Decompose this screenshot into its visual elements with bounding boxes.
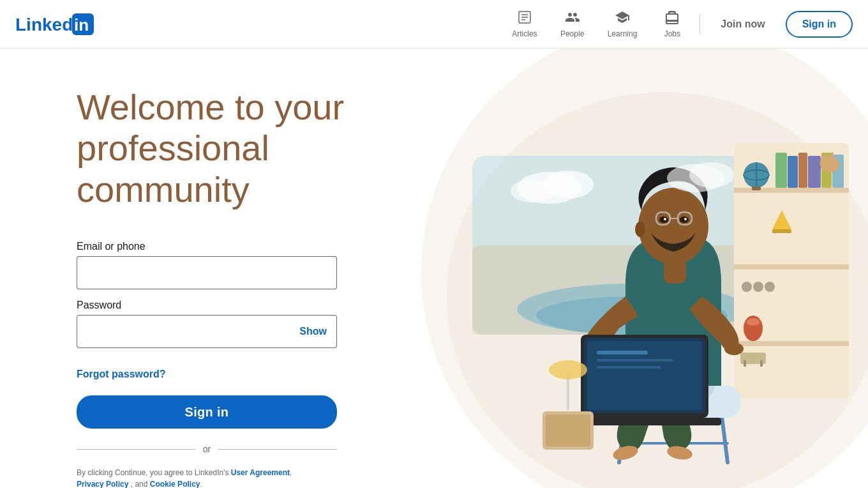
nav-jobs[interactable]: Jobs: [650, 4, 694, 43]
svg-rect-35: [760, 360, 763, 367]
learning-icon: [615, 10, 630, 27]
show-password-button[interactable]: Show: [299, 326, 327, 337]
nav-articles[interactable]: Articles: [502, 4, 547, 43]
svg-point-32: [747, 318, 760, 326]
hero-title: Welcome to your professional community: [77, 87, 408, 210]
people-icon: [565, 10, 580, 27]
svg-point-52: [638, 188, 708, 264]
header: Linked in Articles: [0, 0, 868, 49]
left-section: Welcome to your professional community E…: [0, 49, 421, 488]
nav-articles-label: Articles: [512, 29, 537, 38]
or-line-left: [77, 449, 195, 450]
privacy-policy-link[interactable]: Privacy Policy: [77, 480, 128, 488]
cookie-policy-link[interactable]: Cookie Policy: [150, 480, 200, 488]
password-wrapper: Show: [77, 315, 337, 348]
or-line-right: [218, 449, 337, 450]
join-now-button[interactable]: Join now: [705, 13, 780, 35]
svg-rect-48: [597, 351, 648, 355]
password-input[interactable]: [77, 315, 337, 348]
svg-rect-49: [597, 359, 673, 362]
forgot-password-link[interactable]: Forgot password?: [77, 369, 166, 380]
svg-point-55: [664, 218, 666, 220]
main-nav: Articles People Learning: [502, 4, 694, 43]
svg-rect-59: [664, 258, 686, 284]
svg-rect-20: [775, 153, 787, 188]
nav-people[interactable]: People: [550, 4, 595, 43]
logo-area: Linked in: [15, 13, 101, 35]
right-section: [421, 49, 868, 488]
svg-rect-23: [808, 156, 821, 188]
svg-point-53: [659, 217, 668, 223]
svg-point-29: [753, 282, 763, 292]
svg-point-30: [765, 282, 775, 292]
svg-rect-14: [734, 264, 849, 270]
password-label: Password: [77, 300, 421, 311]
svg-point-64: [689, 162, 734, 188]
nav-jobs-label: Jobs: [664, 29, 680, 38]
svg-text:Linked: Linked: [15, 15, 73, 34]
terms-text: By clicking Continue, you agree to Linke…: [77, 467, 337, 488]
password-group: Password Show: [77, 300, 421, 348]
articles-icon: [517, 10, 532, 27]
svg-rect-13: [734, 188, 849, 193]
svg-rect-19: [752, 187, 761, 190]
or-divider: or: [77, 444, 337, 454]
svg-point-62: [511, 179, 555, 202]
email-label: Email or phone: [77, 241, 421, 252]
nav-learning[interactable]: Learning: [597, 4, 648, 43]
svg-point-44: [724, 342, 744, 355]
svg-rect-22: [798, 153, 807, 188]
email-group: Email or phone: [77, 241, 421, 289]
svg-rect-50: [597, 366, 661, 369]
nav-learning-label: Learning: [608, 29, 638, 38]
nav-people-label: People: [560, 29, 584, 38]
svg-rect-21: [788, 156, 798, 188]
email-input[interactable]: [77, 256, 337, 289]
main-content: Welcome to your professional community E…: [0, 49, 868, 488]
svg-point-54: [680, 217, 689, 223]
hero-illustration: [421, 49, 868, 488]
signin-submit-button[interactable]: Sign in: [77, 395, 337, 429]
sign-in-button[interactable]: Sign in: [786, 11, 853, 38]
svg-point-57: [635, 222, 645, 237]
svg-rect-27: [772, 229, 791, 233]
svg-rect-66: [546, 415, 590, 446]
or-text: or: [203, 444, 211, 454]
user-agreement-link[interactable]: User Agreement: [231, 468, 290, 477]
svg-rect-34: [744, 360, 746, 367]
jobs-icon: [664, 10, 680, 27]
svg-text:in: in: [74, 15, 89, 34]
linkedin-logo[interactable]: Linked in: [15, 13, 101, 35]
svg-point-68: [549, 360, 587, 379]
svg-rect-15: [734, 341, 849, 346]
svg-point-56: [684, 218, 687, 220]
nav-divider: [700, 14, 700, 34]
svg-point-28: [742, 282, 752, 292]
